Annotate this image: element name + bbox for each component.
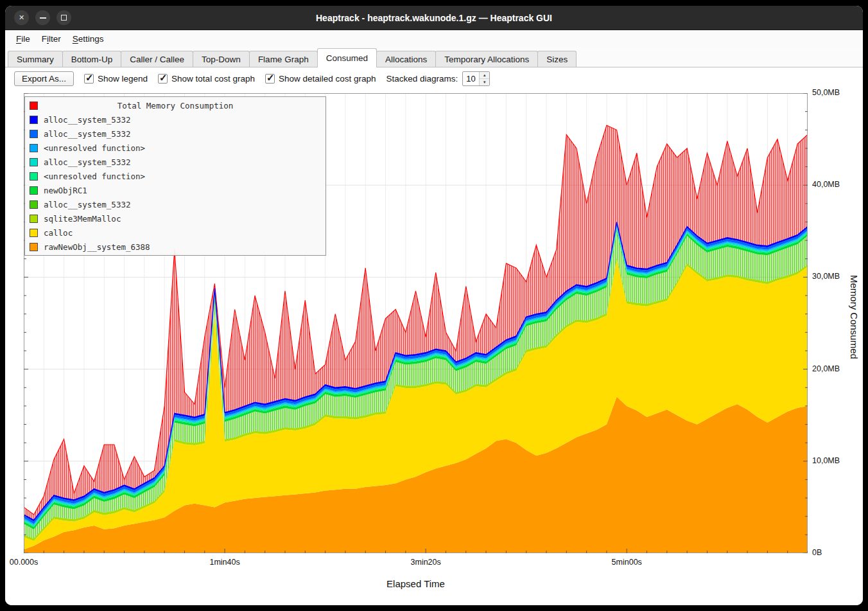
checkbox-label-text: Show detailed cost graph xyxy=(279,74,376,84)
menu-settings[interactable]: Settings xyxy=(67,31,110,46)
check-icon: ✓ xyxy=(159,72,168,84)
tab-allocations[interactable]: Allocations xyxy=(376,51,436,67)
check-icon: ✓ xyxy=(85,72,94,84)
spin-up-icon[interactable]: ▲ xyxy=(480,72,489,79)
legend-item-9: rawNewObj__system_6388 xyxy=(25,240,326,254)
spin-down-icon[interactable]: ▼ xyxy=(480,79,489,85)
heaptrack-window: ✕ Heaptrack - heaptrack.wakunode.1.gz — … xyxy=(5,6,863,605)
x-axis-title: Elapsed Time xyxy=(24,578,808,589)
stacked-diagrams-label: Stacked diagrams: xyxy=(386,74,458,84)
checkbox-show-detailed-cost-graph[interactable]: ✓Show detailed cost graph xyxy=(265,74,376,84)
y-tick-label: 0B xyxy=(812,548,822,557)
menu-filter[interactable]: Filter xyxy=(36,31,67,46)
legend-item-7: sqlite3MemMalloc xyxy=(25,211,326,226)
legend-swatch xyxy=(30,144,38,152)
toolbar: Export As... ✓Show legend✓Show total cos… xyxy=(5,67,863,90)
tab-consumed[interactable]: Consumed xyxy=(317,48,377,67)
legend-swatch xyxy=(30,200,38,209)
legend-item-2: <unresolved function> xyxy=(25,141,326,155)
checkbox-show-legend[interactable]: ✓Show legend xyxy=(84,74,148,84)
legend-item-8: calloc xyxy=(25,226,326,240)
legend-item-1: alloc__system_5332 xyxy=(25,127,326,141)
legend-title-row: Total Memory Consumption xyxy=(25,98,326,112)
tab-flame-graph[interactable]: Flame Graph xyxy=(249,51,318,67)
chart-legend: Total Memory Consumptionalloc__system_53… xyxy=(24,96,326,256)
legend-label: <unresolved function> xyxy=(44,172,145,181)
legend-label: newObjRC1 xyxy=(44,186,87,195)
menu-bar: FileFilterSettings xyxy=(5,30,863,48)
legend-swatch xyxy=(30,215,38,223)
tab-bottom-up[interactable]: Bottom-Up xyxy=(62,51,122,67)
legend-swatch xyxy=(30,116,38,124)
minimize-glyph xyxy=(40,17,46,19)
window-controls: ✕ xyxy=(14,10,71,25)
tab-summary[interactable]: Summary xyxy=(8,51,63,67)
checkbox-box[interactable]: ✓ xyxy=(84,74,94,84)
legend-label: alloc__system_5332 xyxy=(44,200,130,209)
check-icon: ✓ xyxy=(266,72,275,84)
spin-buttons: ▲ ▼ xyxy=(479,72,489,85)
legend-swatch xyxy=(30,130,38,138)
x-tick-label: 3min20s xyxy=(411,558,441,567)
tab-bar: SummaryBottom-UpCaller / CalleeTop-DownF… xyxy=(5,48,863,67)
legend-item-5: newObjRC1 xyxy=(25,183,326,197)
legend-label: alloc__system_5332 xyxy=(44,129,130,139)
y-tick-label: 20,0MB xyxy=(812,364,840,373)
x-tick-label: 1min40s xyxy=(209,558,239,567)
legend-swatch xyxy=(30,243,38,251)
y-axis-title: Memory Consumed xyxy=(849,275,860,359)
export-as-button[interactable]: Export As... xyxy=(14,71,74,86)
tab-top-down[interactable]: Top-Down xyxy=(193,51,250,67)
legend-label: rawNewObj__system_6388 xyxy=(44,242,150,252)
checkbox-label-text: Show total cost graph xyxy=(171,74,255,84)
close-glyph: ✕ xyxy=(19,13,24,22)
legend-label: alloc__system_5332 xyxy=(44,157,130,167)
tab-temporary-allocations[interactable]: Temporary Allocations xyxy=(435,51,538,67)
legend-swatch xyxy=(30,158,38,166)
close-icon[interactable]: ✕ xyxy=(14,10,29,25)
legend-swatch xyxy=(30,102,38,110)
legend-swatch xyxy=(30,229,38,237)
title-bar[interactable]: ✕ Heaptrack - heaptrack.wakunode.1.gz — … xyxy=(5,6,863,30)
y-tick-label: 50,0MB xyxy=(812,88,840,97)
stacked-diagrams-value: 10 xyxy=(463,72,479,85)
legend-swatch xyxy=(30,186,38,195)
stacked-diagrams-spinner[interactable]: 10 ▲ ▼ xyxy=(462,71,490,86)
legend-swatch xyxy=(30,172,38,181)
legend-item-6: alloc__system_5332 xyxy=(25,197,326,211)
checkbox-group: ✓Show legend✓Show total cost graph✓Show … xyxy=(84,74,376,84)
checkbox-box[interactable]: ✓ xyxy=(265,74,275,84)
minimize-icon[interactable] xyxy=(35,10,50,25)
window-title: Heaptrack - heaptrack.wakunode.1.gz — He… xyxy=(5,13,863,23)
x-tick-label: 5min00s xyxy=(612,558,642,567)
tab-caller-callee[interactable]: Caller / Callee xyxy=(121,51,193,67)
chart-area: Total Memory Consumptionalloc__system_53… xyxy=(5,90,863,605)
maximize-glyph xyxy=(61,15,67,21)
y-tick-label: 30,0MB xyxy=(812,272,840,281)
tab-sizes[interactable]: Sizes xyxy=(537,51,577,67)
legend-label: <unresolved function> xyxy=(44,143,145,153)
maximize-icon[interactable] xyxy=(56,10,71,25)
legend-label: calloc xyxy=(44,228,73,238)
x-tick-label: 00.000s xyxy=(10,558,38,567)
menu-file[interactable]: File xyxy=(10,31,36,46)
checkbox-show-total-cost-graph[interactable]: ✓Show total cost graph xyxy=(158,74,255,84)
stacked-diagrams-group: Stacked diagrams: 10 ▲ ▼ xyxy=(386,71,490,86)
checkbox-label-text: Show legend xyxy=(98,74,148,84)
legend-item-4: <unresolved function> xyxy=(25,169,326,183)
legend-label: sqlite3MemMalloc xyxy=(44,214,121,224)
checkbox-box[interactable]: ✓ xyxy=(158,74,168,84)
y-tick-label: 40,0MB xyxy=(812,180,840,189)
y-tick-label: 10,0MB xyxy=(812,456,840,465)
legend-item-0: alloc__system_5332 xyxy=(25,112,326,127)
legend-label: alloc__system_5332 xyxy=(44,115,130,125)
legend-item-3: alloc__system_5332 xyxy=(25,155,326,169)
legend-label: Total Memory Consumption xyxy=(117,101,234,111)
